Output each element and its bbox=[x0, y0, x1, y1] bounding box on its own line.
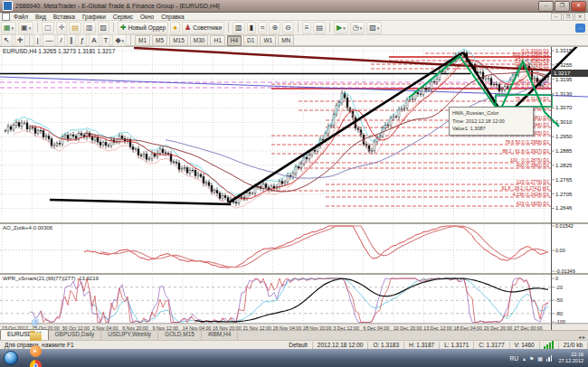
profiles-print-icon[interactable]: ▣▾ bbox=[18, 22, 33, 34]
taskbar-app-explorer-folder[interactable] bbox=[28, 329, 43, 343]
templates-dropdown-arrow[interactable]: ▾ bbox=[377, 25, 380, 31]
menu-item-4[interactable]: Сервис bbox=[109, 14, 137, 20]
new-order-button[interactable]: ✚Новый Ордер bbox=[118, 22, 168, 34]
arrows-dropdown-arrow[interactable]: ▾ bbox=[122, 38, 125, 43]
svg-text:88.2 ; 61.8 (1.2927) D1: 88.2 ; 61.8 (1.2927) D1 bbox=[503, 148, 550, 154]
tray-display-icon[interactable]: ▦ bbox=[537, 355, 543, 362]
line-chart-icon[interactable]: ≈ bbox=[258, 22, 267, 34]
chart-window[interactable]: 1.33151.32551.31951.31301.30701.30101.29… bbox=[0, 46, 588, 330]
taskbar-app-internet-explorer[interactable]: e bbox=[28, 315, 43, 329]
timeframe-mn[interactable]: MN bbox=[278, 35, 294, 46]
horizontal-line-icon[interactable]: — bbox=[43, 34, 55, 47]
data-window-icon: ▨ bbox=[100, 24, 108, 33]
svg-text:0.01542: 0.01542 bbox=[555, 223, 574, 229]
tray-flag-icon[interactable]: ⚑ bbox=[529, 355, 534, 362]
experts-button[interactable]: ♟Советники bbox=[182, 22, 224, 34]
arrows-icon[interactable]: ◆▾ bbox=[112, 34, 127, 47]
cursor-icon[interactable]: ↖ bbox=[1, 34, 13, 47]
timeframe-h1[interactable]: H1 bbox=[210, 35, 224, 46]
templates-icon: ▨ bbox=[369, 24, 376, 33]
trendline-icon: / bbox=[60, 36, 62, 45]
new-chart-icon[interactable]: ▦▾ bbox=[1, 22, 16, 34]
tab--ibm-h4[interactable]: #IBM,H4 bbox=[202, 330, 238, 340]
new-chart-dropdown-arrow[interactable]: ▾ bbox=[12, 25, 14, 31]
trendline-icon[interactable]: / bbox=[57, 34, 64, 47]
tile-windows-icon: ▥ bbox=[86, 24, 93, 33]
chart-shift-icon[interactable]: ▢ bbox=[42, 22, 54, 34]
profiles-print-dropdown-arrow[interactable]: ▾ bbox=[29, 25, 32, 31]
menu-item-5[interactable]: Окно bbox=[137, 14, 157, 20]
timeframe-w1[interactable]: W1 bbox=[260, 35, 276, 46]
status-profile[interactable]: Default bbox=[284, 342, 313, 349]
periods-icon[interactable]: ◷▾ bbox=[350, 22, 365, 34]
objects-list-icon[interactable]: ▤ bbox=[313, 22, 326, 34]
zoom-out-icon[interactable]: ⊖ bbox=[282, 22, 294, 34]
comment-icon[interactable]: … bbox=[575, 24, 585, 33]
menu-item-2[interactable]: Вставка bbox=[50, 14, 79, 20]
zoom-in-icon: ⊕ bbox=[271, 24, 278, 33]
data-window-icon[interactable]: ▨ bbox=[98, 22, 110, 34]
timeframe-m15[interactable]: M15 bbox=[169, 35, 188, 46]
taskbar-app-media-player[interactable]: ▸ bbox=[28, 343, 43, 358]
menu-item-0[interactable]: Файл bbox=[10, 14, 32, 20]
tab-gold-m15[interactable]: GOLD,M15 bbox=[158, 330, 202, 340]
tile-windows-icon[interactable]: ▥ bbox=[83, 22, 96, 34]
profiles-icon[interactable]: ▤ bbox=[69, 22, 81, 34]
coin-icon[interactable]: ● bbox=[170, 22, 180, 34]
taskbar-app-chrome[interactable] bbox=[28, 358, 43, 367]
periods-dropdown-arrow[interactable]: ▾ bbox=[360, 25, 363, 31]
maximize-button[interactable]: ❐ bbox=[555, 1, 570, 12]
clock-time: 22:16 bbox=[558, 352, 583, 358]
menu-item-6[interactable]: Справка bbox=[157, 14, 188, 20]
timeframe-d1[interactable]: D1 bbox=[243, 35, 258, 46]
fibonacci-icon[interactable]: ƒ bbox=[78, 34, 87, 47]
tab-usdjpy-weekly[interactable]: USDJPY,Weekly bbox=[101, 330, 158, 340]
indicators-list-icon: ≡ bbox=[305, 24, 309, 33]
auto-scroll-icon[interactable]: ✛ bbox=[56, 22, 68, 34]
timeframe-h4[interactable]: H4 bbox=[227, 35, 242, 46]
taskbar-clock[interactable]: 22:16 27.12.2012 bbox=[558, 352, 583, 364]
network-signal-icon[interactable] bbox=[546, 354, 554, 362]
timeframe-m5[interactable]: M5 bbox=[152, 35, 167, 46]
autotrading-icon[interactable]: ▶▾ bbox=[334, 22, 348, 34]
svg-text:1.2885: 1.2885 bbox=[555, 148, 573, 154]
templates-icon[interactable]: ▨▾ bbox=[366, 22, 382, 34]
menu-bar: ФайлВидВставкаГрафикиСервисОкноСправка –… bbox=[0, 13, 588, 21]
menu-item-3[interactable]: Графики bbox=[79, 14, 109, 20]
wpr-indicator-label: WPR_vSmark(21;(66|77)|277) -13.9219 bbox=[3, 276, 99, 281]
candlestick-chart-icon[interactable]: ▮ bbox=[247, 22, 256, 34]
folder-icon bbox=[30, 333, 42, 341]
status-volume: V: 1460 bbox=[510, 342, 540, 349]
svg-text:-50: -50 bbox=[555, 297, 563, 303]
objects-list-icon: ▤ bbox=[316, 24, 323, 33]
vertical-line-icon[interactable]: | bbox=[33, 34, 41, 47]
child-close-button[interactable]: ✕ bbox=[574, 13, 585, 21]
crosshair-icon[interactable]: ✛ bbox=[14, 34, 26, 47]
status-bar-time: 2012.12.18 12:00 bbox=[313, 342, 369, 349]
text-label-icon[interactable]: T bbox=[101, 34, 111, 47]
timeframe-m30[interactable]: M30 bbox=[190, 35, 209, 46]
indicators-list-icon[interactable]: ≡ bbox=[302, 22, 312, 34]
minimize-button[interactable]: – bbox=[538, 1, 554, 12]
bar-chart-icon[interactable]: ▥ bbox=[232, 22, 245, 34]
menu-item-1[interactable]: Вид bbox=[32, 14, 50, 20]
periods-icon: ◷ bbox=[353, 24, 359, 33]
tab-scroll-arrows[interactable]: ◂ ▸ bbox=[578, 334, 585, 340]
tray-chevron-icon[interactable]: ▴ bbox=[523, 355, 526, 362]
close-button[interactable]: ✕ bbox=[571, 1, 586, 12]
child-restore-button[interactable]: ❐ bbox=[563, 13, 574, 21]
child-minimize-button[interactable]: – bbox=[551, 13, 562, 21]
zoom-in-icon[interactable]: ⊕ bbox=[269, 22, 280, 34]
status-open: O: 1.3183 bbox=[368, 342, 404, 349]
status-traffic: 21/0 kb bbox=[559, 342, 588, 349]
equidistant-channel-icon[interactable]: ∥ bbox=[67, 34, 76, 47]
tab-gbpusd-daily[interactable]: GBPUSD,Daily bbox=[49, 330, 102, 340]
toolbar-drawing-timeframes: ↖✛|—/∥ƒAT◆▾M1M5M15M30H1H4D1W1MN bbox=[0, 35, 588, 46]
timeframe-m1[interactable]: M1 bbox=[135, 35, 150, 46]
start-button[interactable] bbox=[4, 351, 18, 365]
autotrading-dropdown-arrow[interactable]: ▾ bbox=[343, 25, 346, 31]
chart-canvas[interactable]: 1.33151.32551.31951.31301.30701.30101.29… bbox=[0, 46, 588, 330]
indicator-tooltip: HMA_Russian_Color Time: 2012.12.18 12:00… bbox=[449, 107, 534, 136]
text-icon[interactable]: A bbox=[89, 34, 99, 47]
language-indicator[interactable]: RU bbox=[507, 355, 521, 362]
